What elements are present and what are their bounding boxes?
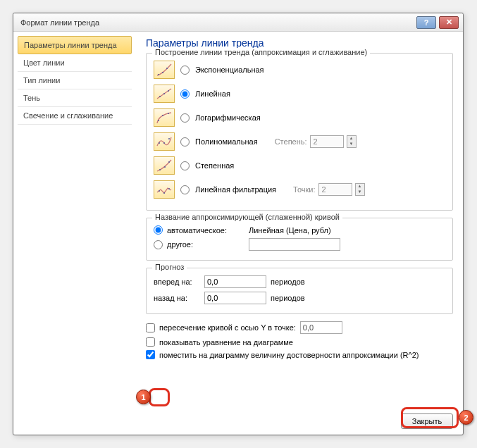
callout-1: 1 <box>136 390 151 404</box>
intercept-label: пересечение кривой с осью Y в точке: <box>159 323 296 332</box>
svg-point-6 <box>158 120 159 121</box>
main-panel: Параметры линии тренда Построение линии … <box>136 32 463 435</box>
power-icon <box>154 156 175 175</box>
group-legend: Прогноз <box>152 263 187 271</box>
svg-point-10 <box>163 142 165 144</box>
type-label: Линейная <box>195 89 230 98</box>
sidebar-item-shadow[interactable]: Тень <box>18 89 132 107</box>
type-label: Полиномиальная <box>195 137 258 146</box>
name-auto-radio[interactable] <box>154 225 163 235</box>
name-custom-input[interactable] <box>249 238 340 251</box>
intercept-input <box>300 321 342 334</box>
group-trend-type: Построение линии тренда (аппроксимация и… <box>146 53 453 211</box>
svg-point-3 <box>159 96 161 97</box>
svg-point-14 <box>168 161 170 163</box>
sidebar-item-line-color[interactable]: Цвет линии <box>18 54 132 72</box>
sidebar: Параметры линии тренда Цвет линии Тип ли… <box>13 32 136 435</box>
sidebar-item-trend-params[interactable]: Параметры линии тренда <box>18 36 132 54</box>
name-auto-value: Линейная (Цена, рубл) <box>249 226 331 235</box>
svg-point-16 <box>163 192 165 194</box>
movingavg-radio[interactable] <box>180 185 190 194</box>
svg-point-15 <box>159 190 160 192</box>
movingavg-icon <box>154 180 175 199</box>
back-label: назад на: <box>154 294 200 302</box>
exponential-radio[interactable] <box>180 66 190 75</box>
svg-point-0 <box>158 74 159 75</box>
order-spinner: ▲▼ <box>347 135 357 148</box>
type-label: Экспоненциальная <box>195 66 264 74</box>
polynomial-radio[interactable] <box>180 137 190 147</box>
help-button[interactable]: ? <box>416 16 436 29</box>
window-title: Формат линии тренда <box>18 18 416 27</box>
page-title: Параметры линии тренда <box>146 37 453 49</box>
fwd-label: вперед на: <box>154 278 200 286</box>
sidebar-item-glow[interactable]: Свечение и сглаживание <box>18 107 132 125</box>
period-label: Точки: <box>293 185 315 194</box>
svg-point-8 <box>168 113 169 114</box>
polynomial-icon <box>154 132 175 151</box>
svg-point-9 <box>159 142 160 144</box>
power-radio[interactable] <box>180 161 190 170</box>
order-input <box>310 135 344 148</box>
linear-icon <box>154 85 175 103</box>
svg-point-2 <box>166 68 168 69</box>
period-spinner: ▲▼ <box>355 183 365 196</box>
svg-point-12 <box>159 169 161 170</box>
fwd-input[interactable] <box>204 275 266 288</box>
svg-point-7 <box>162 115 163 116</box>
svg-point-11 <box>168 138 170 139</box>
svg-point-5 <box>168 90 169 92</box>
name-custom-radio[interactable] <box>154 240 163 249</box>
svg-point-1 <box>162 72 163 73</box>
close-button[interactable]: Закрыть <box>401 413 453 429</box>
group-legend: Построение линии тренда (аппроксимация и… <box>152 48 370 56</box>
svg-point-17 <box>168 188 170 189</box>
type-label: Степенная <box>195 161 234 170</box>
titlebar: Формат линии тренда ? ✕ <box>13 13 463 32</box>
back-unit: периодов <box>271 294 305 302</box>
svg-point-13 <box>164 166 166 168</box>
group-legend: Название аппроксимирующей (сглаженной) к… <box>152 213 342 221</box>
show-eq-check[interactable] <box>146 337 155 347</box>
close-window-button[interactable]: ✕ <box>439 16 459 29</box>
period-input <box>318 183 352 196</box>
fwd-unit: периодов <box>271 278 305 286</box>
show-r2-check[interactable] <box>146 350 155 359</box>
type-label: Логарифмическая <box>195 113 261 122</box>
group-trend-name: Название аппроксимирующей (сглаженной) к… <box>146 218 453 261</box>
group-forecast: Прогноз вперед на: периодов назад на: пе… <box>146 268 453 314</box>
exponential-icon <box>154 61 175 79</box>
sidebar-item-line-type[interactable]: Тип линии <box>18 72 132 89</box>
dialog-window: Формат линии тренда ? ✕ Параметры линии … <box>13 13 464 435</box>
order-label: Степень: <box>275 137 307 146</box>
logarithmic-radio[interactable] <box>180 113 190 123</box>
type-label: Линейная фильтрация <box>195 185 276 194</box>
show-r2-label: поместить на диаграмму величину достовер… <box>159 351 419 359</box>
linear-radio[interactable] <box>180 89 190 99</box>
show-eq-label: показывать уравнение на диаграмме <box>159 338 293 347</box>
svg-point-4 <box>163 93 165 94</box>
logarithmic-icon <box>154 108 175 127</box>
back-input[interactable] <box>204 292 266 304</box>
callout-2: 2 <box>459 410 473 425</box>
name-auto-label: автоматическое: <box>167 226 244 235</box>
name-custom-label: другое: <box>167 240 244 249</box>
intercept-check[interactable] <box>146 323 155 332</box>
